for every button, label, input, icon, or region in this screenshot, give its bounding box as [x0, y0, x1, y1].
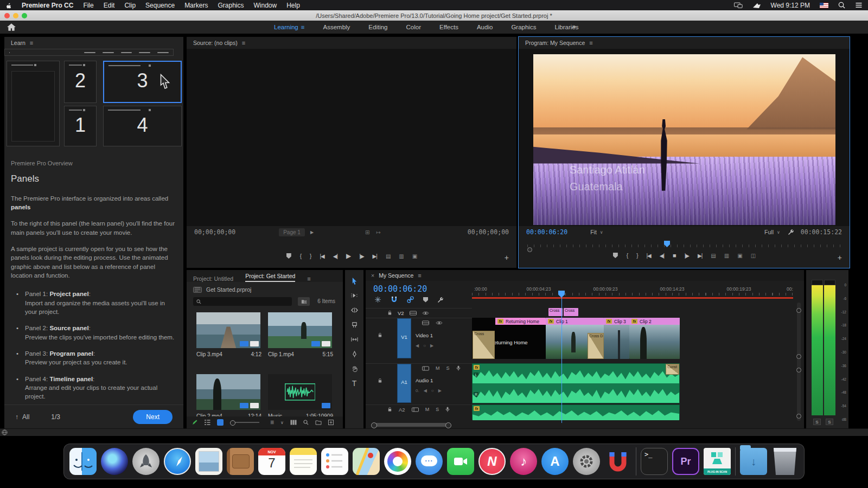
creative-cloud-icon[interactable]: [752, 2, 761, 9]
timeline-current-timecode[interactable]: 00:00:06:20: [373, 284, 427, 294]
solo-track-button[interactable]: S: [436, 407, 439, 412]
prev-keyframe-icon[interactable]: ◀: [416, 343, 419, 348]
dock-notes-icon[interactable]: [290, 448, 317, 475]
voiceover-mic-icon[interactable]: [456, 365, 461, 371]
tab-project-get-started[interactable]: Project: Get Started: [245, 273, 295, 282]
step-forward-icon[interactable]: |▶: [685, 253, 689, 259]
close-sequence-icon[interactable]: ×: [371, 272, 374, 279]
program-panel-header[interactable]: Program: My Sequence ≡: [519, 37, 850, 49]
sort-chevron-icon[interactable]: ∨: [280, 420, 284, 425]
transition-constant-power[interactable]: Const: [666, 364, 679, 375]
source-button-editor-plus[interactable]: +: [505, 253, 509, 262]
snap-magnet-icon[interactable]: [391, 296, 398, 303]
track-resize-handle[interactable]: [796, 368, 801, 373]
menu-clip[interactable]: Clip: [124, 2, 136, 9]
track-a1-target[interactable]: A1: [397, 364, 411, 403]
extract-icon[interactable]: ▥: [724, 253, 729, 259]
minimize-window-button[interactable]: [13, 13, 18, 18]
lock-track-icon[interactable]: [387, 310, 392, 316]
add-marker-icon[interactable]: [286, 253, 291, 259]
dock-mail-icon[interactable]: [195, 448, 222, 475]
project-breadcrumb[interactable]: Get Started.prproj: [193, 286, 251, 293]
dock-siri-icon[interactable]: [101, 448, 128, 475]
insert-icon[interactable]: ▤: [386, 253, 390, 259]
timeline-ruler[interactable]: :00:00 00:00:04:23 00:00:09:23 00:00:14:…: [472, 283, 793, 297]
mute-track-button[interactable]: M: [436, 365, 440, 371]
track-v2-label[interactable]: V2: [398, 310, 404, 316]
timeline-horizontal-scrollbar[interactable]: [373, 423, 449, 427]
learn-panel-header[interactable]: Learn ≡: [4, 37, 183, 49]
sequence-tab-label[interactable]: My Sequence: [379, 272, 413, 279]
tab-effects[interactable]: Effects: [439, 24, 458, 30]
program-panel-menu-icon[interactable]: ≡: [589, 40, 592, 46]
program-button-editor-plus[interactable]: +: [838, 253, 842, 262]
toggle-track-output-eye-icon[interactable]: [436, 320, 443, 325]
new-item-button[interactable]: [328, 420, 334, 425]
lift-icon[interactable]: ▤: [711, 253, 715, 259]
scrubber-zoom-handle[interactable]: [527, 247, 532, 252]
next-keyframe-icon[interactable]: ▶: [430, 343, 433, 348]
timeline-settings-wrench-icon[interactable]: [437, 297, 444, 303]
dock-photos-icon[interactable]: [384, 448, 411, 475]
spotlight-search-icon[interactable]: [838, 2, 845, 9]
step-back-icon[interactable]: ◀|: [333, 253, 337, 259]
dock-messages-icon[interactable]: ···: [416, 448, 443, 475]
toggle-track-output-eye-icon[interactable]: [422, 311, 429, 316]
track-resize-handle[interactable]: [796, 354, 801, 359]
track-a2-label[interactable]: A2: [399, 407, 405, 413]
mark-out-icon[interactable]: }: [636, 253, 637, 259]
lock-track-icon[interactable]: [378, 378, 382, 383]
type-tool[interactable]: T: [349, 379, 359, 388]
menu-edit[interactable]: Edit: [104, 2, 115, 9]
add-marker-icon[interactable]: [423, 297, 428, 303]
program-current-timecode[interactable]: 00:00:06:20: [526, 228, 567, 236]
tab-project-untitled[interactable]: Project: Untitled: [193, 275, 233, 282]
track-audio1-name[interactable]: Audio 1: [416, 377, 433, 383]
dock-calendar-icon[interactable]: NOV7: [258, 448, 285, 475]
menu-window[interactable]: Window: [254, 2, 277, 9]
timeline-audio-clip-a2[interactable]: fx: [472, 404, 680, 420]
lock-track-icon[interactable]: [387, 407, 392, 412]
menu-file[interactable]: File: [83, 2, 93, 9]
timeline-clip-v2-cross-2[interactable]: Cross: [564, 308, 578, 316]
timeline-vertical-scrollbar[interactable]: [797, 303, 801, 421]
track-video1-name[interactable]: Video 1: [416, 332, 433, 338]
export-frame-icon[interactable]: ▣: [412, 253, 417, 259]
source-page-expand-icon[interactable]: ▶: [310, 230, 314, 235]
track-volume-value[interactable]: 0.: [416, 388, 419, 393]
automate-to-sequence-button[interactable]: [290, 420, 297, 425]
project-item-clip2[interactable]: Clip 2.mp412:14: [196, 374, 261, 419]
project-item-clip3[interactable]: Clip 3.mp44:12: [196, 312, 261, 357]
source-panel-header[interactable]: Source: (no clips) ≡: [187, 37, 516, 49]
zoom-window-button[interactable]: [22, 13, 27, 18]
timeline-clip-2[interactable]: fxClip 2: [629, 318, 680, 359]
search-input[interactable]: [204, 299, 289, 305]
dock-news-icon[interactable]: N: [478, 448, 506, 475]
dock-itunes-icon[interactable]: ♪: [510, 448, 537, 475]
solo-right-button[interactable]: S: [826, 419, 833, 425]
tab-learning[interactable]: Learning≡: [274, 24, 304, 30]
export-frame-icon[interactable]: ▣: [737, 253, 742, 259]
dock-facetime-icon[interactable]: [447, 448, 474, 475]
tab-learning-menu-icon[interactable]: ≡: [301, 24, 305, 30]
input-language-flag-icon[interactable]: [820, 3, 828, 8]
program-scrubber[interactable]: [524, 240, 844, 249]
source-patch-icon[interactable]: [410, 311, 417, 316]
play-icon[interactable]: ▶: [346, 252, 350, 260]
all-lessons-button[interactable]: ↑All: [15, 413, 29, 421]
go-to-out-icon[interactable]: ▶|: [698, 253, 702, 259]
search-bin-button[interactable]: [298, 297, 310, 306]
source-page-select[interactable]: Page 1: [279, 228, 305, 236]
project-search-box[interactable]: [193, 297, 292, 306]
selection-tool[interactable]: [349, 277, 359, 285]
menu-help[interactable]: Help: [286, 2, 300, 9]
go-to-in-icon[interactable]: |◀: [320, 253, 324, 259]
dock-reminders-icon[interactable]: [321, 448, 348, 475]
add-keyframe-icon[interactable]: ○: [431, 388, 434, 393]
dock-safari-icon[interactable]: [164, 448, 191, 475]
program-resolution-select[interactable]: Full∨: [764, 229, 780, 235]
razor-tool[interactable]: [349, 320, 359, 329]
diagram-program-panel-box[interactable]: 3: [103, 61, 182, 103]
mark-in-icon[interactable]: {: [300, 253, 301, 259]
status-globe-icon[interactable]: [2, 429, 8, 435]
